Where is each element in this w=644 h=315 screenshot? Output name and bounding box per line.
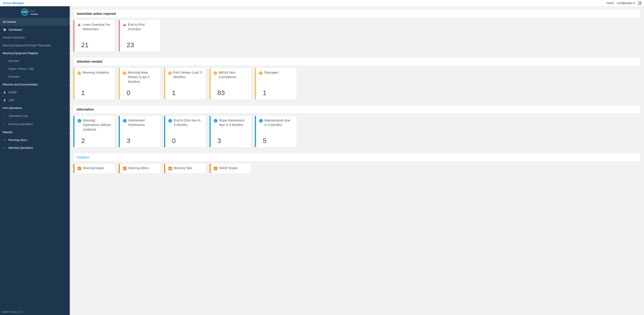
card-port-delays[interactable]: Port Delays (Last 3 Months) 1 [164,68,206,99]
chart-icon [214,166,217,170]
card-damages[interactable]: Damages 1 [255,68,296,99]
info-icon: i [214,119,217,123]
card-label: Mooring Wires [128,166,148,170]
card-value: 83 [214,89,248,97]
warning-triangle-icon [123,23,126,27]
nav-home[interactable]: Home [607,2,614,5]
sidebar-item-label: MSMP [8,91,17,94]
sidebar-item-label: Mooring Operations [8,123,33,126]
sidebar-section-port-ops[interactable]: Port Operations ⌄ [0,104,70,112]
sidebar-item-label: Vessel Particulars [3,36,25,39]
nav-configuration[interactable]: Configuration ▾ [617,2,635,5]
arrow-right-icon: → [3,146,6,149]
section-analytics[interactable]: Analytics [73,153,640,162]
warning-diamond-icon [78,71,81,75]
card-value: 0 [168,137,203,145]
sidebar-section-register[interactable]: Mooring Equipment Register ⌄ [0,49,70,57]
card-end-to-end-due[interactable]: iEnd to End due in 3 Months 0 [164,116,206,147]
sidebar-item-label: Mooring Equipment Design Philosophy [3,44,51,47]
chart-icon [168,166,172,170]
card-mooring-wires[interactable]: Mooring Wires [119,164,160,173]
card-value: 21 [78,41,112,49]
info-icon: i [168,119,172,123]
card-label: Rope Retirement due in 3 Months [219,118,248,127]
brand-logo: cean manager [0,6,70,18]
sidebar: cean manager All Vessels Dashboard Vesse… [0,6,70,315]
card-lines-overdue[interactable]: Lines Overdue For Retirement 21 [73,20,115,52]
arrow-right-icon: → [3,114,6,117]
sidebar-item-running-hours[interactable]: → Running Hours [0,136,70,144]
chevron-down-icon: ⌄ [65,52,67,55]
row-immediate: Lines Overdue For Retirement 21 End to E… [73,20,640,52]
card-ops-without-incidents[interactable]: iMooring Operations without Incidents 2 [73,116,115,147]
sidebar-item-ops-log[interactable]: → Operations Log [0,112,70,120]
card-label: Lines Overdue For Retirement [82,22,112,32]
sidebar-item-label: Operations Log [8,114,28,117]
arrow-right-icon: → [3,75,6,78]
svg-text:manager: manager [30,13,38,15]
chevron-down-icon: ⌄ [65,131,67,134]
dashboard-icon [3,29,6,31]
row-information: iMooring Operations without Incidents 2 … [73,116,640,147]
brand-title[interactable]: Ocean Manager [3,1,24,5]
document-icon [3,99,6,102]
card-hmsf-ropes[interactable]: HMSF Ropes [210,164,251,173]
sidebar-item-shackles[interactable]: → Shackles [0,73,70,81]
card-mooring-ropes[interactable]: Mooring Ropes [73,164,115,173]
section-immediate-action: Immediate action required [73,10,640,18]
card-value: 2 [78,137,112,145]
card-maintenance-due[interactable]: iMaintenance due in 3 Months 5 [255,116,296,147]
sidebar-item-report-mooring-ops[interactable]: → Mooring Operations [0,144,70,152]
chart-icon [78,166,81,170]
card-value: 0 [123,89,158,97]
card-meg4[interactable]: MEG4 Non-Compliance 83 [210,68,251,99]
card-label: Mooring Near Misses (Last 3 Months) [128,70,158,84]
sidebar-item-winches[interactable]: → Winches [0,57,70,65]
card-label: Mooring Incidents [82,70,109,75]
card-near-misses[interactable]: Mooring Near Misses (Last 3 Months) 0 [119,68,160,99]
warning-diamond-icon [168,71,172,75]
card-value: 3 [123,137,158,145]
card-rope-retirement-due[interactable]: iRope Retirement due in 3 Months 3 [210,116,251,147]
card-end-to-end-overdue[interactable]: End to End Overdue 23 [119,20,160,52]
top-header: Ocean Manager Home Configuration ▾ [0,0,644,6]
card-label: Retirement Extensions [128,118,158,127]
sidebar-item-label: Dashboard [8,28,22,31]
sidebar-item-label: Shackles [8,75,20,78]
card-label: End to End Overdue [128,22,158,32]
chart-icon [123,166,126,170]
warning-diamond-icon [214,71,217,75]
chevron-down-icon: ⌄ [65,83,67,86]
sidebar-item-dashboard[interactable]: Dashboard [0,26,70,34]
version-label: MSMP Version 1.0.1 [0,309,70,315]
card-label: Mooring Ropes [83,166,104,170]
sidebar-item-label: Reports [3,131,12,134]
sidebar-item-label: Winches [8,60,19,63]
sidebar-item-label: Running Hours [8,138,27,142]
sidebar-item-msmp[interactable]: MSMP [0,88,70,96]
sidebar-toggle-icon[interactable] [638,2,641,5]
sidebar-item-mooring-ops[interactable]: ＋ Mooring Operations [0,120,70,128]
document-icon [3,91,6,94]
warning-diamond-icon [259,71,262,75]
sidebar-item-vessel-particulars[interactable]: Vessel Particulars [0,34,70,41]
sidebar-item-lmp[interactable]: LMP [0,96,70,104]
sidebar-item-label: Port Operations [3,107,22,110]
svg-text:cean: cean [29,9,36,13]
info-icon: i [78,119,81,123]
card-mooring-tails[interactable]: Mooring Tails [164,164,206,173]
card-value: 23 [123,41,158,49]
warning-triangle-icon [78,23,81,27]
sidebar-item-design-philosophy[interactable]: Mooring Equipment Design Philosophy [0,41,70,49]
caret-down-icon: ▾ [634,2,635,5]
sidebar-section-records[interactable]: Records and Documentation ⌄ [0,81,70,88]
arrow-right-icon: → [3,67,6,71]
sidebar-item-all-vessels[interactable]: All Vessels [0,18,70,26]
card-value: 5 [259,137,294,145]
card-retirement-extensions[interactable]: iRetirement Extensions 3 [119,116,160,147]
card-label: Port Delays (Last 3 Months) [173,70,203,79]
sidebar-item-ropes[interactable]: → Ropes / Wires / Tails [0,65,70,73]
card-mooring-incidents[interactable]: Mooring Incidents 1 [73,68,115,99]
card-value: 1 [259,89,294,97]
sidebar-section-reports[interactable]: Reports ⌄ [0,128,70,136]
